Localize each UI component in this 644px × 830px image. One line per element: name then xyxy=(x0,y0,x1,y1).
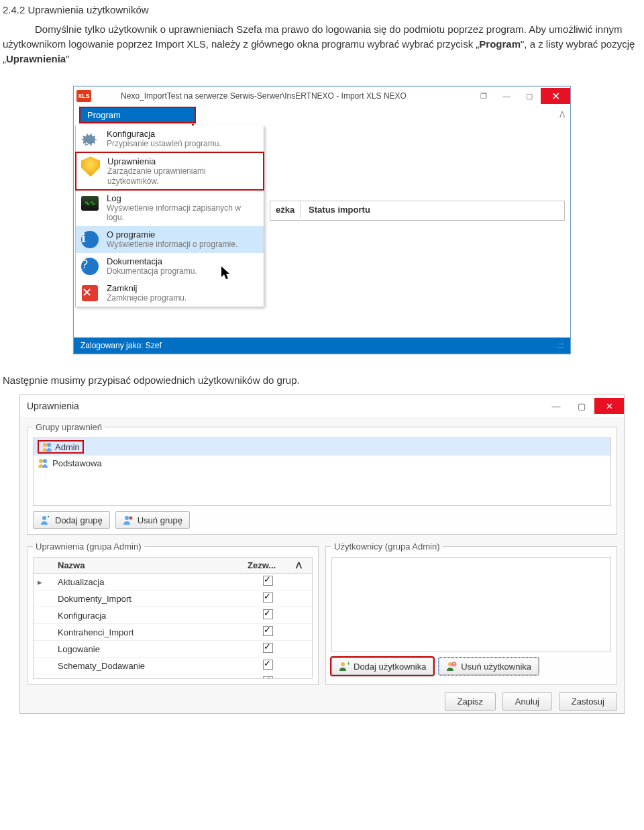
menu-item-o-programie[interactable]: ℹ O programie Wyświetlenie informacji o … xyxy=(76,226,264,253)
users-minus-icon xyxy=(123,515,133,525)
user-minus-icon xyxy=(446,661,457,672)
zastosuj-button[interactable]: Zastosuj xyxy=(559,692,617,711)
para1-part-c: " xyxy=(66,53,69,64)
window-title-text: Nexo_ImportTest na serwerze Serwis-Serwe… xyxy=(95,91,472,101)
perm-checkbox-cell[interactable] xyxy=(244,590,292,607)
intro-paragraph: Domyślnie tylko użytkownik o uprawnienia… xyxy=(3,22,641,66)
svg-text:+: + xyxy=(347,661,350,667)
window-titlebar[interactable]: XLS Nexo_ImportTest na serwerze Serwis-S… xyxy=(74,87,570,105)
perm-row[interactable]: Dokumenty_Import xyxy=(34,590,312,607)
group-name: Podstawowa xyxy=(52,458,102,468)
window-titlebar[interactable]: Uprawnienia — ▢ ✕ xyxy=(20,395,624,417)
grupy-legend: Grupy uprawnień xyxy=(33,422,105,432)
dialog-footer: Zapisz Anuluj Zastosuj xyxy=(27,692,617,707)
group-row-admin[interactable]: Admin xyxy=(34,438,610,456)
window-close-icon[interactable]: ✕ xyxy=(541,88,570,104)
info-icon: ℹ xyxy=(80,229,100,250)
svg-point-5 xyxy=(125,516,129,520)
resize-grip-icon[interactable]: .:: xyxy=(557,341,564,350)
svg-point-3 xyxy=(43,459,47,463)
column-header-status-importu[interactable]: Status importu xyxy=(303,201,376,218)
perm-checkbox-cell[interactable] xyxy=(244,574,292,590)
window-minimize-icon[interactable]: — xyxy=(543,398,569,414)
checkbox-icon[interactable] xyxy=(263,576,273,586)
menu-item-konfiguracja[interactable]: Konfiguracja Przypisanie ustawień progra… xyxy=(76,125,264,152)
checkbox-icon[interactable] xyxy=(263,592,273,603)
row-indicator-icon xyxy=(34,641,54,658)
perm-row[interactable]: Schematy_Edytowanie xyxy=(34,674,312,680)
anuluj-button[interactable]: Anuluj xyxy=(502,692,552,711)
checkbox-icon[interactable] xyxy=(263,609,273,619)
svg-point-8 xyxy=(448,662,452,666)
row-indicator-icon xyxy=(34,607,54,624)
column-header-sciezka[interactable]: eżka xyxy=(270,201,301,218)
grupy-uprawnien-fieldset: Grupy uprawnień Admin xyxy=(27,422,617,535)
checkbox-icon[interactable] xyxy=(263,626,273,636)
menu-item-log[interactable]: ∿∿ Log Wyświetlenie informacji zapisanyc… xyxy=(76,190,264,226)
uprawnienia-window: Uprawnienia — ▢ ✕ Grupy uprawnień Admin xyxy=(19,395,625,714)
group-list[interactable]: Admin Podstawowa xyxy=(33,437,611,506)
perm-row[interactable]: Konfiguracja xyxy=(34,607,312,624)
button-label: Usuń użytkownika xyxy=(461,662,531,672)
column-header-zezw[interactable]: Zezw... xyxy=(244,558,292,574)
group-name: Admin xyxy=(55,442,80,452)
perm-checkbox-cell[interactable] xyxy=(244,674,292,680)
program-menu-label: Program xyxy=(87,110,121,120)
menu-item-title: Konfiguracja xyxy=(107,129,221,139)
svg-point-1 xyxy=(47,443,51,447)
perm-row[interactable]: Schematy_Dodawanie xyxy=(34,658,312,674)
column-header-nazwa[interactable]: Nazwa xyxy=(54,558,244,574)
section-heading: 2.4.2 Uprawnienia użytkowników xyxy=(3,4,641,15)
row-indicator-icon: ▸ xyxy=(34,574,54,590)
perm-row[interactable]: Kontrahenci_Import xyxy=(34,624,312,641)
perm-row[interactable]: ▸Aktualizacja xyxy=(34,574,312,590)
svg-point-2 xyxy=(39,459,43,463)
window-close-icon[interactable]: ✕ xyxy=(594,398,624,414)
menu-item-title: Dokumentacja xyxy=(107,256,197,266)
perm-checkbox-cell[interactable] xyxy=(244,658,292,674)
perm-name: Logowanie xyxy=(54,641,244,658)
window-maximize-icon[interactable]: ▢ xyxy=(518,89,541,103)
menu-item-zamknij[interactable]: ✕ Zamknij Zamknięcie programu. xyxy=(76,280,264,307)
window-body: Grupy uprawnień Admin xyxy=(20,417,624,713)
dodaj-grupe-button[interactable]: Dodaj grupę xyxy=(33,511,110,529)
column-header-scroll-up[interactable]: ᐱ xyxy=(292,558,312,574)
window-body: Konfiguracja Przypisanie ustawień progra… xyxy=(74,125,570,354)
program-menu-button[interactable]: Program xyxy=(79,107,196,123)
uprawnienia-legend: Uprawnienia (grupa Admin) xyxy=(33,541,144,552)
users-icon xyxy=(42,442,52,452)
permissions-table[interactable]: Nazwa Zezw... ᐱ ▸AktualizacjaDokumenty_I… xyxy=(33,557,313,679)
perm-checkbox-cell[interactable] xyxy=(244,624,292,641)
window-minimize-icon[interactable]: — xyxy=(495,89,518,103)
uzytkownicy-fieldset: Użytkownicy (grupa Admin) + Dodaj użytko… xyxy=(325,541,617,685)
zapisz-button[interactable]: Zapisz xyxy=(445,692,496,711)
import-xls-window: XLS Nexo_ImportTest na serwerze Serwis-S… xyxy=(73,86,571,354)
chevron-up-icon[interactable]: ᐱ xyxy=(559,110,565,119)
row-indicator-icon xyxy=(34,590,54,607)
menu-item-desc: Zamknięcie programu. xyxy=(107,293,186,303)
status-bar: Zalogowany jako: Szef .:: xyxy=(74,338,570,354)
group-row-podstawowa[interactable]: Podstawowa xyxy=(34,456,610,470)
usun-grupe-button[interactable]: Usuń grupę xyxy=(115,511,190,529)
menu-item-uprawnienia[interactable]: Uprawnienia Zarządzanie uprawnieniami uż… xyxy=(75,152,264,191)
window-maximize-icon[interactable]: ▢ xyxy=(569,398,594,414)
perm-checkbox-cell[interactable] xyxy=(244,641,292,658)
usun-uzytkownika-button[interactable]: Usuń użytkownika xyxy=(439,658,539,675)
checkbox-icon[interactable] xyxy=(263,676,273,679)
checkbox-icon[interactable] xyxy=(263,660,273,670)
menu-item-title: Log xyxy=(107,193,258,203)
close-icon: ✕ xyxy=(80,283,100,303)
dodaj-uzytkownika-button[interactable]: + Dodaj użytkownika xyxy=(331,658,433,675)
users-list[interactable] xyxy=(331,557,611,652)
window-restore-icon[interactable]: ❐ xyxy=(472,89,495,103)
checkbox-icon[interactable] xyxy=(263,643,273,653)
para-2: Następnie musimy przypisać odpowiednich … xyxy=(3,373,641,388)
perm-name: Dokumenty_Import xyxy=(54,590,244,607)
perm-checkbox-cell[interactable] xyxy=(244,607,292,624)
cursor-icon xyxy=(221,266,233,284)
users-icon xyxy=(38,458,48,468)
svg-point-4 xyxy=(42,516,46,520)
row-indicator-icon xyxy=(34,674,54,680)
menu-item-dokumentacja[interactable]: ? Dokumentacja Dokumentacja programu. xyxy=(76,253,264,280)
perm-row[interactable]: Logowanie xyxy=(34,641,312,658)
